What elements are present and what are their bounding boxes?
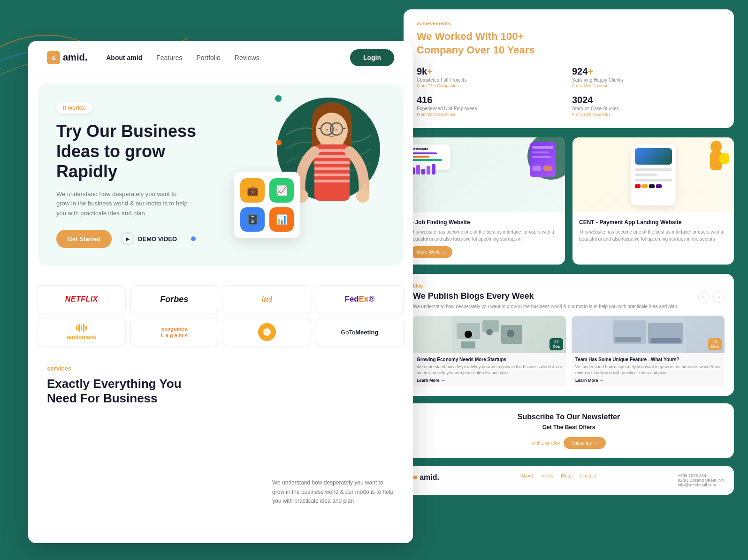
- partner-itel: itel: [223, 285, 311, 313]
- partner-fedex: FedEx®: [316, 285, 404, 313]
- logo[interactable]: a amid.: [47, 51, 87, 64]
- svg-point-37: [486, 329, 493, 335]
- footer-link-blogs[interactable]: Blogs: [561, 473, 572, 478]
- right-panel-content: achievements We Worked With 100+ Company…: [389, 0, 748, 504]
- services-section: services Exactly Everything You Need For…: [28, 356, 413, 406]
- payment-mockup: [631, 144, 676, 205]
- portfolio-info-1: b Job Finding Website This website has b…: [404, 212, 565, 265]
- blog-card-body-1: Growing Economy Needs More Startups We u…: [413, 353, 566, 386]
- stat-projects: 9k+ Completed Full Projects From 17th Co…: [417, 66, 565, 88]
- nav-link-features[interactable]: Features: [156, 54, 182, 61]
- stat-clients: 924+ Satisfying Happy Clients From 13th …: [572, 66, 721, 88]
- footer-link-contact[interactable]: Contact: [580, 473, 596, 478]
- svg-rect-23: [532, 146, 553, 149]
- achievements-title: We Worked With 100+ Company Over 10 Year…: [417, 30, 721, 57]
- logo-text: amid.: [63, 52, 87, 63]
- hero-tag: it works!: [56, 102, 92, 114]
- portfolio-title-1: b Job Finding Website: [410, 219, 558, 226]
- blog-date-2: 16 Dec: [708, 338, 722, 350]
- partner-gotomeeting: GoToMeeting: [316, 318, 404, 346]
- blog-tag: blog: [413, 283, 725, 288]
- services-description-area: We understand how desperately you want t…: [272, 478, 394, 506]
- blog-title: We Publish Blogs Every Week: [413, 291, 677, 301]
- get-started-button[interactable]: Get Started: [56, 230, 112, 248]
- footer-phone: +998 1276 234: [678, 473, 725, 478]
- blog-card-title-2: Team Has Some Unique Feature - What Your…: [575, 357, 721, 362]
- login-button[interactable]: Login: [350, 49, 394, 66]
- achievements-section: achievements We Worked With 100+ Company…: [404, 9, 734, 128]
- nav-link-about[interactable]: About amid: [106, 54, 142, 61]
- svg-point-28: [710, 141, 722, 153]
- app-icons-card: 💼 📈 🗄️ 📊: [234, 172, 300, 238]
- portfolio-desc-2: This website has become one of the best …: [579, 228, 727, 242]
- app-icon-briefcase: 💼: [240, 178, 265, 203]
- blog-cards: 22 Dec Growing Economy Needs More Startu…: [413, 316, 725, 386]
- partner-forbes: Forbes: [130, 285, 219, 313]
- svg-rect-13: [314, 161, 350, 164]
- partner-netflix: NETFLIX: [38, 285, 126, 313]
- svg-rect-26: [532, 166, 542, 171]
- logo-icon: a: [47, 51, 60, 64]
- app-icon-chart: 📈: [269, 178, 294, 203]
- blog-card-desc-1: We understand how desperately you want t…: [417, 364, 562, 376]
- main-window: a amid. About amid Features Portfolio Re…: [28, 41, 413, 543]
- hero-description: We understand how desperately you want t…: [56, 189, 188, 219]
- svg-rect-25: [532, 156, 551, 158]
- partner-circle-logo: [223, 318, 311, 346]
- portfolio-info-2: CENT - Payment App Landing Website This …: [572, 212, 734, 249]
- footer-link-about[interactable]: About: [521, 473, 533, 478]
- blog-prev-arrow[interactable]: ←: [698, 291, 710, 303]
- more-work-button[interactable]: More Work →: [410, 246, 452, 258]
- hero-image-area: 💼 📈 🗄️ 📊: [244, 93, 394, 252]
- play-icon: ▶: [121, 232, 134, 245]
- blog-card-1: 22 Dec Growing Economy Needs More Startu…: [413, 316, 566, 386]
- stats-grid: 9k+ Completed Full Projects From 17th Co…: [417, 66, 721, 117]
- blog-card-title-1: Growing Economy Needs More Startups: [417, 357, 562, 362]
- portfolio-card-1: Dashboard: [404, 137, 565, 265]
- portfolio-desc-1: This website has become one of the best …: [410, 228, 558, 242]
- newsletter-section: Subscribe To Our Newsletter Get The Best…: [404, 403, 734, 458]
- footer-links: About Terms Blogs Contact: [521, 473, 596, 478]
- footer-link-terms[interactable]: Terms: [541, 473, 553, 478]
- blog-image-1: 22 Dec: [413, 316, 566, 353]
- svg-rect-12: [314, 155, 350, 158]
- purple-card-mockup: [530, 142, 556, 177]
- subscribe-label: Subscribe →: [571, 440, 598, 446]
- demo-video-button[interactable]: ▶ DEMO VIDEO: [121, 232, 177, 245]
- achievements-tag: achievements: [417, 21, 721, 26]
- stat-startups: 3024 Startups Case Studies From 13th Cou…: [572, 95, 721, 117]
- footer-email: info@amid.mail.com: [678, 483, 725, 487]
- services-tag: services: [47, 365, 394, 372]
- decorative-dot-blue: [191, 236, 196, 241]
- svg-rect-15: [314, 174, 350, 176]
- demo-video-label: DEMO VIDEO: [138, 235, 177, 242]
- blog-image-2: 16 Dec: [572, 316, 725, 353]
- blog-card-desc-2: We understand how desperately you want t…: [575, 364, 721, 376]
- svg-rect-14: [314, 167, 350, 170]
- footer-logo: ■ amid.: [413, 473, 439, 482]
- svg-rect-11: [314, 149, 350, 152]
- partners-section: NETFLIX Forbes itel FedEx® audiomack: [28, 276, 413, 356]
- blog-date-1: 22 Dec: [550, 338, 563, 350]
- nav-link-reviews[interactable]: Reviews: [235, 54, 260, 61]
- svg-point-38: [507, 330, 514, 337]
- portfolio-card-2: CENT - Payment App Landing Website This …: [572, 137, 734, 265]
- partner-audiomack: audiomack: [38, 318, 126, 346]
- partner-penguines: penguinesL a g e m s: [130, 318, 219, 346]
- app-icon-bar-chart: 📊: [269, 207, 294, 232]
- newsletter-input-area: With One-Click Subscribe →: [413, 437, 725, 449]
- learn-more-1[interactable]: Learn More →: [417, 378, 562, 383]
- learn-more-2[interactable]: Learn More →: [575, 378, 721, 383]
- subscribe-button[interactable]: Subscribe →: [564, 437, 605, 449]
- newsletter-label: With One-Click: [532, 441, 560, 446]
- hero-person-image: [289, 100, 375, 227]
- svg-rect-10: [314, 144, 350, 201]
- blog-card-2: 16 Dec Team Has Some Unique Feature - Wh…: [572, 316, 725, 386]
- nav-link-portfolio[interactable]: Portfolio: [197, 54, 221, 61]
- blog-next-arrow[interactable]: →: [713, 291, 725, 303]
- footer-section: ■ amid. About Terms Blogs Contact +998 1…: [404, 466, 734, 495]
- svg-rect-24: [532, 151, 549, 153]
- blog-section: blog We Publish Blogs Every Week We unde…: [404, 274, 734, 396]
- app-icon-database: 🗄️: [240, 207, 265, 232]
- nav-links: About amid Features Portfolio Reviews: [106, 54, 350, 61]
